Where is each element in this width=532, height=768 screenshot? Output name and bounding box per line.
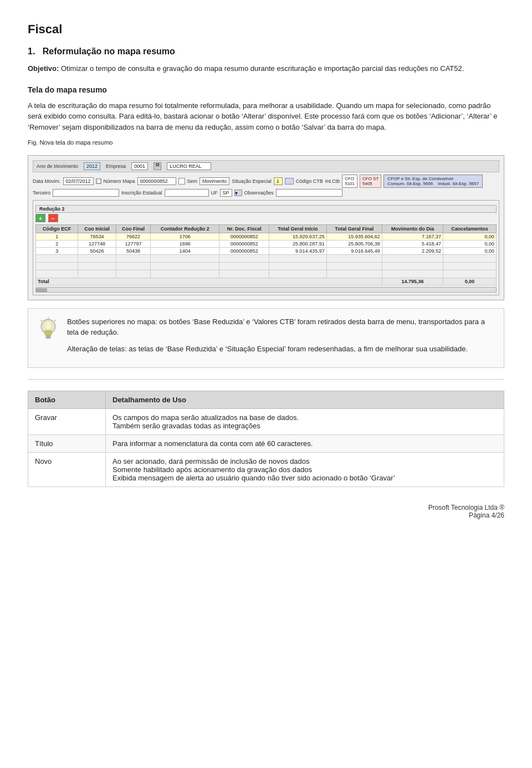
indust-val: 5657 <box>469 181 479 186</box>
consum-label: Consum. Sit.Esp. <box>387 181 422 186</box>
add-btn[interactable]: + <box>35 214 45 222</box>
td-2-9: 0,00 <box>443 240 497 247</box>
ano-label: Ano de Movimento <box>37 163 78 169</box>
detail-col2-header: Detalhamento de Uso <box>106 391 504 409</box>
th-coo-final: Coo Final <box>116 224 151 233</box>
sit-esp-val: 1 <box>274 177 283 185</box>
table-row-empty <box>36 262 497 270</box>
td-3-6: 9.014.435,97 <box>269 247 326 254</box>
svg-line-5 <box>54 320 56 321</box>
objective-paragraph: Objetivo: Otimizar o tempo de consulta e… <box>28 63 504 74</box>
checkbox-sem <box>178 178 185 185</box>
td-2-7: 25.805.706,38 <box>326 240 382 247</box>
empresa-icon: 🖼 <box>154 162 161 170</box>
reducao-section: Redução 2 + − Código ECF Coo Inicial Coo… <box>33 200 499 295</box>
empresa-name: LUCRO REAL <box>167 162 211 170</box>
svg-line-6 <box>40 320 42 321</box>
data-movm-val: 02/07/2012 <box>63 177 94 185</box>
detail-row-titulo: Título Para informar a nomenclatura da c… <box>28 435 504 453</box>
cfo-label: CFO <box>345 176 354 181</box>
uf-label: UF <box>211 190 218 196</box>
nr-mapa-label: Número Mapa <box>104 178 135 184</box>
th-coo-inicial: Coo Inicial <box>78 224 116 233</box>
th-nr-doc: Nr. Doc. Fiscal <box>219 224 269 233</box>
footer-company: Prosoft Tecnologia Ltda ® <box>428 504 504 511</box>
td-2-3: 127797 <box>116 240 151 247</box>
reducao-table: Código ECF Coo Inicial Coo Final Contado… <box>35 224 497 285</box>
table-row: 1 76534 76622 1706 0000000852 15.920.637… <box>36 233 497 240</box>
section-title: Reformulação no mapa resumo <box>43 47 175 56</box>
fig-label: Fig. Nova tela do mapa resumo <box>28 138 504 147</box>
total-row: Total 14.795,36 0,00 <box>36 278 497 285</box>
btn-gravar: Gravar <box>28 409 106 435</box>
td-1-8: 7.167,37 <box>382 233 443 240</box>
detail-row-gravar: Gravar Os campos do mapa serão atualizad… <box>28 409 504 435</box>
detail-col1-header: Botão <box>28 391 106 409</box>
table-row-empty <box>36 254 497 262</box>
td-3-2: 50426 <box>78 247 116 254</box>
svg-rect-2 <box>45 337 50 339</box>
table-row-empty <box>36 270 497 278</box>
nr-mapa-val: 0000000852 <box>137 177 176 185</box>
data-movm-label: Data Movim. <box>33 178 61 184</box>
td-2-6: 25.800.287,91 <box>269 240 326 247</box>
th-total-inicio: Total Geral Início <box>269 224 326 233</box>
td-2-2: 127748 <box>78 240 116 247</box>
info-paragraph2: Alteração de telas: as telas de ‘Base Re… <box>67 344 495 355</box>
uf-dropdown: ▾ <box>234 190 242 196</box>
info-text: Botões superiores no mapa: os botões ‘Ba… <box>67 316 495 360</box>
screen-mockup: Ano de Movimento 2012 Empresa 0001 🖼 LUC… <box>28 155 504 300</box>
td-3-8: 2.209,52 <box>382 247 443 254</box>
cfost-box: CFO ST 5405 <box>360 175 381 188</box>
doc-icon: 📄 <box>96 178 101 184</box>
cfosit-label: CFOP e Sit. Esp. de Combustível <box>387 176 453 181</box>
obs-val <box>276 189 342 197</box>
detail-gravar: Os campos do mapa serão atualizados na b… <box>106 409 504 435</box>
empresa-val: 0001 <box>131 162 148 170</box>
table-row: 2 127748 127797 1696 0000000852 25.800.2… <box>36 240 497 247</box>
td-1-6: 15.920.637,25 <box>269 233 326 240</box>
cfo-box: CFO 5101 <box>342 175 357 188</box>
lightbulb-icon <box>37 316 59 344</box>
reducao-header: Redução 2 <box>35 205 497 213</box>
cfost-val: 5405 <box>362 181 372 186</box>
objective-text: Otimizar o tempo de consulta e gravação … <box>61 64 464 73</box>
detail-titulo: Para informar a nomenclatura da conta co… <box>106 435 504 453</box>
td-1-5: 0000000852 <box>219 233 269 240</box>
svg-point-3 <box>45 321 52 330</box>
table-row: 3 50426 50438 1404 0000000852 9.014.435,… <box>36 247 497 254</box>
tela-description: A tela de escrituração do mapa resumo fo… <box>28 100 504 133</box>
th-contador: Contador Redução 2 <box>151 224 219 233</box>
empresa-label: Empresa <box>106 163 126 169</box>
td-2-5: 0000000852 <box>219 240 269 247</box>
section-number: 1. <box>28 47 35 56</box>
sit-dropdown <box>285 178 294 185</box>
section-heading: 1. Reformulação no mapa resumo <box>28 47 504 57</box>
detail-row-novo: Novo Ao ser acionado, dará permissão de … <box>28 453 504 487</box>
cfo-val: 5101 <box>345 181 355 186</box>
sit-esp-label: Situação Especial <box>232 178 272 184</box>
scrollbar-thumb <box>36 288 47 293</box>
td-3-4: 1404 <box>151 247 219 254</box>
terceiro-label: Terceiro <box>33 190 50 196</box>
cfosit-box: CFOP e Sit. Esp. de Combustível Consum. … <box>383 175 483 188</box>
info-box: Botões superiores no mapa: os botões ‘Ba… <box>28 308 504 368</box>
td-3-5: 0000000852 <box>219 247 269 254</box>
detail-table: Botão Detalhamento de Uso Gravar Os camp… <box>28 391 504 487</box>
btn-titulo: Título <box>28 435 106 453</box>
int-ctb-label: Int.Ctb <box>325 178 340 184</box>
ano-val: 2012 <box>84 162 100 170</box>
terceiro-val <box>53 189 119 197</box>
tela-title: Tela do mapa resumo <box>28 84 504 96</box>
screen-row1: Data Movim. 02/07/2012 📄 Número Mapa 000… <box>33 175 499 188</box>
td-3-9: 0,00 <box>443 247 497 254</box>
td-3-1: 3 <box>36 247 78 254</box>
remove-btn[interactable]: − <box>48 214 58 222</box>
divider <box>28 379 504 380</box>
td-1-3: 76622 <box>116 233 151 240</box>
svg-rect-1 <box>45 335 50 337</box>
td-1-7: 15.935.604,62 <box>326 233 382 240</box>
td-2-8: 5.418,47 <box>382 240 443 247</box>
th-cancelamentos: Cancelamentos <box>443 224 497 233</box>
th-movimento: Movimento do Dia <box>382 224 443 233</box>
